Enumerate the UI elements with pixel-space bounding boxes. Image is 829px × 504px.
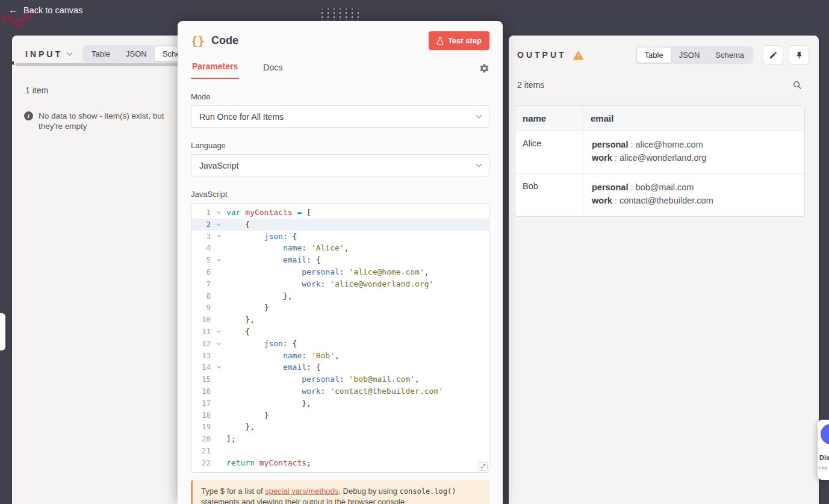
fold-spacer <box>211 350 226 362</box>
fold-spacer <box>211 445 226 457</box>
pencil-icon <box>769 51 778 60</box>
email-entry: personal : bob@mail.com <box>592 182 797 192</box>
code-line[interactable]: 4 name: 'Alice', <box>191 242 489 254</box>
fold-chevron-icon[interactable] <box>211 219 226 231</box>
input-panel-title: INPUT <box>25 49 63 59</box>
line-number: 11 <box>191 326 211 338</box>
node-drag-grip-icon[interactable] <box>321 8 359 21</box>
fold-spacer <box>211 266 226 278</box>
code-line[interactable]: 16 work: 'contact@thebuilder.com' <box>191 385 489 397</box>
input-empty-state: i No data to show - item(s) exist, but t… <box>24 111 175 131</box>
code-node-modal: {} Code Test step Parameters Docs Mode R… <box>178 21 503 504</box>
code-line[interactable]: 15 personal: 'bob@mail.com', <box>191 373 489 385</box>
code-line[interactable]: 9 } <box>191 302 489 314</box>
info-icon: i <box>24 111 33 120</box>
code-text: name: 'Alice', <box>226 242 489 254</box>
collapse-input-panel-icon[interactable]: ◀ <box>12 60 14 66</box>
line-number: 19 <box>191 421 211 433</box>
fold-spacer <box>211 397 226 409</box>
code-line[interactable]: 3 json: { <box>191 231 489 243</box>
column-header-name: name <box>515 106 583 131</box>
output-items-count: 2 items <box>517 80 544 90</box>
output-tab-schema[interactable]: Schema <box>707 48 752 63</box>
output-tab-json[interactable]: JSON <box>671 48 708 63</box>
line-number: 15 <box>191 373 211 385</box>
chat-bubble-icon[interactable] <box>821 424 829 444</box>
code-text: }, <box>226 397 489 409</box>
fold-chevron-icon[interactable] <box>211 361 226 373</box>
input-view-tabs: Table JSON Schema <box>82 45 187 63</box>
code-line[interactable]: 1var myContacts = [ <box>191 207 489 219</box>
special-vars-link[interactable]: special vars/methods <box>265 487 338 496</box>
edit-output-button[interactable] <box>763 45 783 64</box>
input-tab-json[interactable]: JSON <box>118 46 155 61</box>
hint-code: console.log() <box>400 487 456 496</box>
fold-chevron-icon[interactable] <box>211 338 226 350</box>
resize-icon <box>480 464 486 469</box>
email-entry: work : alice@wonderland.org <box>592 153 797 163</box>
fold-spacer <box>211 385 226 397</box>
modal-tabs: Parameters Docs <box>178 58 503 79</box>
code-line[interactable]: 6 personal: 'alice@home.com', <box>191 266 489 278</box>
test-step-button[interactable]: Test step <box>429 31 489 50</box>
code-text: } <box>226 409 489 422</box>
tab-docs[interactable]: Docs <box>262 59 284 79</box>
cell-name: Alice <box>515 131 583 173</box>
chevron-down-icon <box>476 161 482 167</box>
hint-text: statements and viewing their output in t… <box>201 497 407 504</box>
search-icon[interactable] <box>792 80 802 90</box>
warning-icon[interactable] <box>573 51 583 60</box>
code-line[interactable]: 10 }, <box>191 314 489 326</box>
panel-resize-handle[interactable] <box>0 313 5 350</box>
code-line[interactable]: 11 { <box>191 326 489 338</box>
mode-select[interactable]: Run Once for All Items <box>191 105 489 128</box>
code-line[interactable]: 8 }, <box>191 290 489 302</box>
input-dropdown-chevron-icon[interactable] <box>67 50 73 56</box>
code-line[interactable]: 20]; <box>191 433 489 445</box>
cell-email: personal : alice@home.comwork : alice@wo… <box>583 131 804 173</box>
line-number: 12 <box>191 338 211 350</box>
line-number: 18 <box>191 409 211 422</box>
pin-icon <box>795 51 804 60</box>
code-line[interactable]: 22return myContacts; <box>191 457 489 469</box>
code-line[interactable]: 19 }, <box>191 421 489 433</box>
pin-data-button[interactable] <box>789 45 809 64</box>
fold-chevron-icon[interactable] <box>211 326 226 338</box>
output-tab-table[interactable]: Table <box>637 48 671 63</box>
language-select[interactable]: JavaScript <box>191 154 489 176</box>
code-line[interactable]: 14 email: { <box>191 361 489 373</box>
code-text: }, <box>226 421 489 433</box>
code-editor[interactable]: 1var myContacts = [2 {3 json: {4 name: '… <box>191 203 489 473</box>
code-line[interactable]: 2 { <box>191 219 489 231</box>
code-line[interactable]: 5 email: { <box>191 254 489 266</box>
input-tab-table[interactable]: Table <box>84 46 118 61</box>
code-text: work: 'alice@wonderland.org' <box>226 278 489 290</box>
code-text: name: 'Bob', <box>226 350 489 362</box>
table-row: Alicepersonal : alice@home.comwork : ali… <box>515 131 804 174</box>
help-widget[interactable]: Dis Leg <box>818 420 829 480</box>
tab-parameters[interactable]: Parameters <box>191 58 239 79</box>
fold-spacer <box>211 302 226 314</box>
line-number: 5 <box>191 254 211 266</box>
input-horizontal-scrollbar[interactable] <box>15 63 182 66</box>
fold-spacer <box>211 433 226 445</box>
code-line[interactable]: 12 json: { <box>191 338 489 350</box>
back-to-canvas-button[interactable]: ← Back to canvas <box>8 5 82 15</box>
code-line[interactable]: 13 name: 'Bob', <box>191 350 489 362</box>
code-line[interactable]: 7 work: 'alice@wonderland.org' <box>191 278 489 290</box>
back-arrow-icon: ← <box>8 5 18 15</box>
divider <box>818 449 829 449</box>
fold-chevron-icon[interactable] <box>211 207 226 219</box>
code-text: } <box>226 302 489 314</box>
fold-chevron-icon[interactable] <box>211 254 226 266</box>
line-number: 7 <box>191 278 211 290</box>
code-line[interactable]: 17 }, <box>191 397 489 409</box>
node-title: Code <box>211 34 238 47</box>
code-line[interactable]: 18 } <box>191 409 489 422</box>
settings-gear-icon[interactable] <box>479 63 489 73</box>
cell-email: personal : bob@mail.comwork : contact@th… <box>583 174 804 216</box>
line-number: 10 <box>191 314 211 326</box>
code-line[interactable]: 21 <box>191 445 489 457</box>
editor-resize-handle[interactable] <box>479 462 488 471</box>
fold-chevron-icon[interactable] <box>211 231 226 243</box>
